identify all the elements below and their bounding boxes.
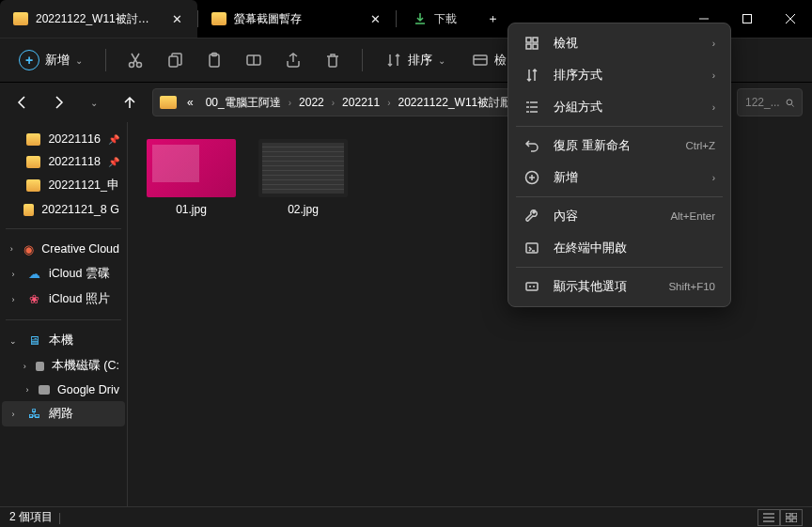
ctx-terminal[interactable]: 在終端中開啟	[512, 232, 726, 264]
svg-rect-7	[474, 55, 487, 65]
folder-icon	[13, 12, 28, 25]
sidebar-folder[interactable]: 20221121_8 G	[2, 198, 125, 221]
chevron-right-icon: ›	[712, 39, 715, 49]
recent-button[interactable]: ⌄	[81, 89, 107, 116]
download-icon	[414, 12, 427, 25]
chevron-right-icon: ›	[712, 173, 715, 183]
search-placeholder: 122_...	[745, 96, 780, 109]
search-input[interactable]: 122_...	[737, 88, 803, 116]
undo-icon	[523, 137, 540, 154]
icons-view-button[interactable]	[780, 509, 803, 526]
details-view-button[interactable]	[757, 509, 780, 526]
ctx-label: 復原 重新命名	[554, 137, 672, 154]
add-tab-button[interactable]: ＋	[474, 10, 511, 27]
svg-rect-0	[743, 15, 752, 23]
chevron-right-icon[interactable]: ›	[8, 295, 19, 304]
svg-rect-19	[526, 283, 538, 290]
up-button[interactable]	[117, 89, 143, 116]
svg-rect-12	[792, 519, 797, 522]
tab-active[interactable]: 20221122_W11被討厭的廣 ✕	[0, 0, 197, 38]
paste-button[interactable]	[198, 46, 230, 74]
chevron-right-icon[interactable]: ›	[23, 385, 32, 395]
ctx-label: 排序方式	[554, 67, 699, 84]
sidebar: 20221116📌 20221118📌 20221121_申 20221121_…	[0, 122, 128, 506]
ctx-more[interactable]: 顯示其他選項 Shift+F10	[512, 271, 726, 302]
icloud-photos-icon: ❀	[26, 292, 41, 307]
close-icon[interactable]: ✕	[164, 12, 190, 26]
folder-icon	[211, 12, 226, 25]
disk-icon	[36, 362, 44, 371]
chevron-down-icon[interactable]: ⌄	[8, 336, 19, 346]
plus-icon: +	[19, 50, 39, 70]
separator: |	[58, 511, 61, 524]
sidebar-cloud[interactable]: ›❀iCloud 照片	[2, 287, 125, 312]
chevron-right-icon[interactable]: ›	[22, 362, 28, 371]
breadcrumb-item[interactable]: 2022	[294, 92, 329, 113]
folder-icon	[23, 204, 35, 216]
view-icon	[472, 52, 489, 69]
arrow-right-icon	[51, 95, 66, 110]
list-icon	[763, 513, 774, 522]
ctx-shortcut: Shift+F10	[668, 281, 715, 292]
plus-icon	[523, 169, 540, 186]
ctx-sort[interactable]: 排序方式 ›	[512, 59, 726, 91]
delete-button[interactable]	[317, 46, 349, 74]
sidebar-cloud[interactable]: ›◉Creative Cloud	[2, 237, 125, 261]
file-name: 01.jpg	[176, 203, 207, 216]
rename-icon	[245, 52, 262, 69]
forward-button[interactable]	[45, 89, 71, 116]
sort-icon	[523, 67, 540, 84]
view-switch	[757, 509, 803, 526]
share-button[interactable]	[277, 46, 309, 74]
file-item[interactable]: 02.jpg	[258, 139, 348, 216]
tab-inactive[interactable]: 螢幕截圖暫存 ✕	[198, 0, 396, 38]
sort-label: 排序	[408, 52, 432, 69]
close-icon[interactable]: ✕	[362, 12, 388, 26]
chevron-right-icon: ›	[712, 70, 715, 81]
chevron-right-icon[interactable]: ›	[289, 98, 291, 108]
chevron-right-icon[interactable]: ›	[8, 244, 16, 254]
sidebar-network[interactable]: ›🖧網路	[2, 401, 125, 426]
new-button[interactable]: + 新增 ⌄	[9, 44, 92, 76]
chevron-right-icon[interactable]: ›	[387, 98, 390, 108]
chevron-right-icon[interactable]: ›	[8, 270, 19, 279]
ctx-group[interactable]: 分組方式 ›	[512, 91, 726, 123]
grid-icon	[523, 35, 540, 52]
cut-button[interactable]	[119, 46, 151, 74]
close-button[interactable]	[769, 0, 812, 38]
sidebar-folder[interactable]: 20221118📌	[2, 150, 125, 173]
copy-icon	[166, 52, 183, 69]
copy-button[interactable]	[159, 46, 191, 74]
breadcrumb-item[interactable]: 202211	[337, 92, 384, 113]
cloud-label: Creative Cloud	[41, 242, 119, 256]
breadcrumb-sep[interactable]: «	[182, 92, 198, 113]
ctx-properties[interactable]: 內容 Alt+Enter	[512, 200, 726, 232]
download-indicator[interactable]: 下載	[397, 0, 474, 38]
breadcrumb-item[interactable]: 00_電腦王阿達	[201, 91, 286, 115]
sidebar-drive[interactable]: ›本機磁碟 (C:	[2, 353, 125, 379]
search-icon	[786, 97, 794, 109]
ctx-view[interactable]: 檢視 ›	[512, 27, 726, 59]
svg-point-8	[787, 99, 792, 104]
separator	[105, 49, 106, 71]
sidebar-drive[interactable]: ›Google Driv	[2, 379, 125, 401]
sidebar-cloud[interactable]: ›☁iCloud 雲碟	[2, 261, 125, 287]
ctx-new[interactable]: 新增 ›	[512, 162, 726, 194]
folder-label: 20221121_申	[48, 178, 119, 194]
back-button[interactable]	[9, 89, 36, 116]
sort-button[interactable]: 排序 ⌄	[376, 46, 455, 74]
chevron-right-icon[interactable]: ›	[332, 98, 335, 108]
terminal-icon	[523, 240, 540, 256]
separator	[6, 228, 121, 229]
chevron-right-icon[interactable]: ›	[8, 410, 19, 419]
file-thumbnail	[147, 139, 236, 197]
file-item[interactable]: 01.jpg	[147, 139, 236, 216]
sidebar-folder[interactable]: 20221116📌	[2, 128, 125, 150]
ctx-undo[interactable]: 復原 重新命名 Ctrl+Z	[512, 130, 726, 162]
sidebar-folder[interactable]: 20221121_申	[2, 173, 125, 198]
sidebar-pc[interactable]: ⌄🖥本機	[2, 328, 125, 353]
trash-icon	[324, 52, 341, 69]
maximize-button[interactable]	[726, 0, 769, 38]
chevron-down-icon: ⌄	[75, 55, 83, 66]
rename-button[interactable]	[238, 46, 270, 74]
